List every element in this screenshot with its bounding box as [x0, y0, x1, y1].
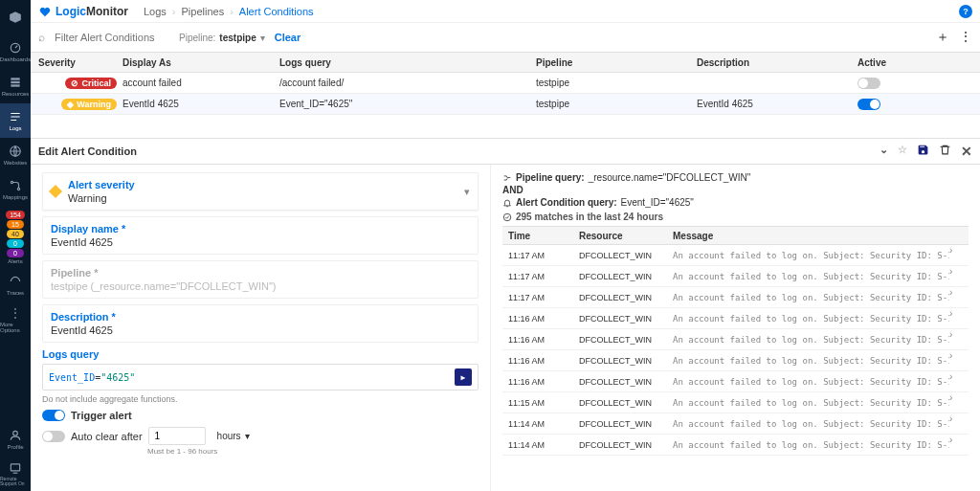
logs-query-label: Logs query	[42, 348, 479, 360]
cell-resource: DFCOLLECT_WIN	[579, 371, 673, 391]
col-active[interactable]: Active	[858, 53, 932, 72]
results-row[interactable]: 11:14 AMDFCOLLECT_WINAn account failed t…	[502, 435, 969, 456]
cell-resource: DFCOLLECT_WIN	[579, 245, 673, 265]
sidebar: Dashboards Resources Logs Websites Mappi…	[0, 0, 31, 491]
sidebar-item-logs[interactable]: Logs	[0, 103, 31, 138]
sidebar-item-websites[interactable]: Websites	[0, 138, 31, 172]
field-alert-severity[interactable]: Alert severity Warning ▾	[42, 172, 479, 211]
col-display[interactable]: Display As	[122, 53, 279, 72]
more-menu[interactable]: ⋮	[959, 29, 972, 46]
expand-row-icon[interactable]: ›	[949, 350, 969, 370]
sidebar-item-support[interactable]: Remote Support On	[0, 457, 31, 491]
expand-row-icon[interactable]: ›	[949, 287, 969, 307]
sidebar-alerts[interactable]: 154 15 40 0 0 Alerts	[0, 207, 31, 268]
active-toggle[interactable]	[858, 99, 880, 110]
sidebar-item-resources[interactable]: Resources	[0, 69, 31, 103]
cell-resource: DFCOLLECT_WIN	[579, 413, 673, 434]
col-description[interactable]: Description	[697, 53, 858, 72]
badge-warning: 40	[7, 230, 24, 238]
col-time[interactable]: Time	[502, 227, 579, 244]
table-row[interactable]: ⊘Critical account failed /account failed…	[31, 73, 980, 94]
logo[interactable]: LogicMonitor	[38, 5, 128, 18]
sidebar-logo[interactable]	[0, 0, 31, 34]
field-pipeline: Pipeline * testpipe (_resource.name="DFC…	[42, 260, 479, 299]
trigger-alert-label: Trigger alert	[71, 410, 132, 421]
results-row[interactable]: 11:16 AMDFCOLLECT_WINAn account failed t…	[502, 350, 969, 371]
results-row[interactable]: 11:15 AMDFCOLLECT_WINAn account failed t…	[502, 392, 969, 413]
results-row[interactable]: 11:16 AMDFCOLLECT_WINAn account failed t…	[502, 308, 969, 329]
cell-resource: DFCOLLECT_WIN	[579, 392, 673, 413]
active-toggle[interactable]	[858, 78, 880, 89]
sidebar-item-mappings[interactable]: Mappings	[0, 172, 31, 207]
edit-header: Edit Alert Condition ⌄ ☆ ✕	[31, 138, 980, 165]
col-severity[interactable]: Severity	[31, 53, 122, 72]
badge-critical: 154	[6, 211, 25, 219]
cell-time: 11:16 AM	[502, 350, 579, 370]
sidebar-item-profile[interactable]: Profile	[0, 422, 31, 457]
query-note: Do not include aggregate functions.	[42, 394, 479, 404]
breadcrumb-logs[interactable]: Logs	[144, 6, 167, 17]
add-button[interactable]: ＋	[936, 29, 949, 46]
expand-row-icon[interactable]: ›	[949, 308, 969, 328]
star-icon[interactable]: ☆	[898, 144, 907, 159]
pipeline-select[interactable]: Pipeline: testpipe ▾	[179, 33, 265, 43]
sidebar-item-more[interactable]: ⋮More Options	[0, 302, 31, 337]
expand-row-icon[interactable]: ›	[949, 245, 969, 265]
expand-row-icon[interactable]: ›	[949, 371, 969, 391]
results-row[interactable]: 11:16 AMDFCOLLECT_WINAn account failed t…	[502, 329, 969, 350]
logs-query-input[interactable]: Event_ID="4625" ▶	[42, 364, 479, 391]
collapse-icon[interactable]: ⌄	[880, 144, 888, 159]
col-pipeline[interactable]: Pipeline	[536, 53, 697, 72]
col-message[interactable]: Message	[673, 227, 949, 244]
results-row[interactable]: 11:17 AMDFCOLLECT_WINAn account failed t…	[502, 245, 969, 266]
warning-diamond-icon	[49, 185, 62, 198]
chevron-right-icon: ›	[172, 6, 176, 17]
col-query[interactable]: Logs query	[279, 53, 536, 72]
svg-rect-3	[11, 84, 19, 86]
check-circle-icon	[502, 212, 512, 222]
delete-icon[interactable]	[939, 144, 951, 156]
field-description[interactable]: Description * EventId 4625	[42, 304, 479, 343]
trigger-alert-toggle[interactable]	[42, 410, 65, 421]
expand-row-icon[interactable]: ›	[949, 266, 969, 286]
auto-clear-toggle[interactable]	[42, 431, 65, 442]
filter-input[interactable]	[55, 32, 169, 43]
field-display-name[interactable]: Display name * EventId 4625	[42, 216, 479, 255]
results-row[interactable]: 11:14 AMDFCOLLECT_WINAn account failed t…	[502, 413, 969, 435]
clear-button[interactable]: Clear	[275, 32, 301, 43]
expand-row-icon[interactable]: ›	[949, 435, 969, 455]
and-operator: AND	[502, 185, 969, 195]
svg-point-6	[17, 188, 19, 190]
save-icon[interactable]	[917, 144, 929, 156]
cell-message: An account failed to log on. Subject: Se…	[673, 435, 949, 455]
cell-time: 11:15 AM	[502, 392, 579, 413]
chevron-down-icon: ▾	[260, 33, 265, 43]
run-query-button[interactable]: ▶	[455, 368, 472, 386]
help-icon[interactable]: ?	[959, 5, 972, 18]
svg-point-7	[13, 431, 18, 435]
expand-row-icon[interactable]: ›	[949, 413, 969, 434]
cell-resource: DFCOLLECT_WIN	[579, 308, 673, 328]
results-row[interactable]: 11:17 AMDFCOLLECT_WINAn account failed t…	[502, 287, 969, 308]
table-row[interactable]: ◆Warning EventId 4625 Event_ID="4625" te…	[31, 94, 980, 115]
expand-row-icon[interactable]: ›	[949, 392, 969, 413]
auto-clear-unit[interactable]: hours▾	[212, 428, 256, 444]
edit-form: Alert severity Warning ▾ Display name * …	[31, 165, 490, 491]
col-resource[interactable]: Resource	[579, 227, 673, 244]
matches-count: 295 matches in the last 24 hours	[502, 212, 969, 222]
expand-row-icon[interactable]: ›	[949, 329, 969, 349]
cell-time: 11:17 AM	[502, 266, 579, 286]
close-icon[interactable]: ✕	[961, 144, 972, 159]
results-row[interactable]: 11:17 AMDFCOLLECT_WINAn account failed t…	[502, 266, 969, 287]
results-body[interactable]: 11:17 AMDFCOLLECT_WINAn account failed t…	[502, 245, 969, 483]
results-row[interactable]: 11:16 AMDFCOLLECT_WINAn account failed t…	[502, 371, 969, 392]
chevron-down-icon: ▾	[464, 186, 470, 198]
cell-time: 11:14 AM	[502, 435, 579, 455]
cell-message: An account failed to log on. Subject: Se…	[673, 413, 949, 434]
sidebar-item-dashboards[interactable]: Dashboards	[0, 34, 31, 69]
breadcrumb-pipelines[interactable]: Pipelines	[182, 6, 225, 17]
sidebar-item-traces[interactable]: Traces	[0, 268, 31, 302]
cell-resource: DFCOLLECT_WIN	[579, 329, 673, 349]
auto-clear-value[interactable]	[148, 427, 206, 445]
cell-message: An account failed to log on. Subject: Se…	[673, 329, 949, 349]
